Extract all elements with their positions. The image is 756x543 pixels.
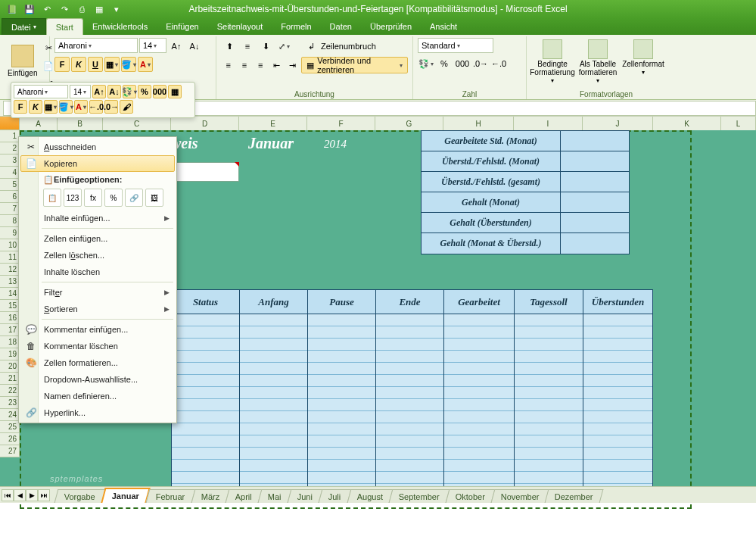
wrap-text-icon[interactable]: ↲ bbox=[303, 38, 319, 55]
table-cell[interactable] bbox=[308, 351, 375, 363]
ctx-dropdown-list[interactable]: Dropdown-Auswahlliste... bbox=[20, 371, 175, 388]
sheet-tab[interactable]: Vorgabe bbox=[54, 489, 106, 503]
mini-border-icon[interactable]: ▦ bbox=[44, 100, 58, 114]
mini-percent-icon[interactable]: % bbox=[138, 85, 151, 98]
row-header[interactable]: 7 bbox=[0, 203, 20, 215]
table-cell[interactable] bbox=[583, 435, 652, 448]
table-cell[interactable] bbox=[583, 448, 652, 460]
row-header[interactable]: 4 bbox=[0, 167, 20, 179]
paste-opt-formulas[interactable]: fx bbox=[84, 189, 102, 207]
font-size-select[interactable]: 14 bbox=[139, 38, 166, 53]
table-cell[interactable] bbox=[376, 423, 443, 435]
file-tab[interactable]: Datei ▾ bbox=[2, 18, 46, 35]
excel-icon[interactable]: 📗 bbox=[5, 2, 20, 17]
format-as-table-button[interactable]: Als Tabelle formatieren▾ bbox=[577, 38, 619, 84]
mini-thousands-icon[interactable]: 000 bbox=[153, 85, 166, 98]
row-header[interactable]: 10 bbox=[0, 239, 20, 251]
info-value[interactable] bbox=[561, 192, 629, 212]
col-header[interactable]: G bbox=[375, 117, 443, 130]
tab-entwicklertools[interactable]: Entwicklertools bbox=[83, 18, 157, 35]
table-cell[interactable] bbox=[240, 326, 307, 339]
row-header[interactable]: 17 bbox=[0, 324, 20, 336]
row-header[interactable]: 9 bbox=[0, 227, 20, 239]
tab-nav-next-icon[interactable]: ▶ bbox=[26, 489, 38, 501]
qat-dropdown-icon[interactable]: ▾ bbox=[109, 2, 124, 17]
table-cell[interactable] bbox=[515, 314, 583, 326]
col-header[interactable]: I bbox=[514, 117, 583, 130]
mini-merge-icon[interactable]: ▦ bbox=[168, 85, 182, 98]
italic-button[interactable]: K bbox=[71, 57, 86, 72]
col-header[interactable]: A bbox=[20, 117, 58, 130]
mini-format-painter-icon[interactable]: 🖌 bbox=[120, 100, 133, 114]
col-header[interactable]: J bbox=[583, 117, 653, 130]
row-header[interactable]: 15 bbox=[0, 300, 20, 312]
table-cell[interactable] bbox=[515, 363, 583, 375]
table-cell[interactable] bbox=[515, 351, 583, 363]
mini-inc-decimal-icon[interactable]: .0→ bbox=[104, 100, 118, 114]
mini-bold-icon[interactable]: F bbox=[14, 100, 27, 114]
align-top-icon[interactable]: ⬆ bbox=[221, 38, 238, 55]
percent-icon[interactable]: % bbox=[436, 55, 453, 72]
select-all-button[interactable] bbox=[0, 117, 20, 130]
row-header[interactable]: 27 bbox=[0, 445, 20, 457]
table-cell[interactable] bbox=[583, 326, 652, 339]
table-cell[interactable] bbox=[376, 387, 443, 399]
ctx-hyperlink[interactable]: 🔗Hyperlink... bbox=[20, 404, 175, 421]
table-cell[interactable] bbox=[240, 435, 307, 448]
row-header[interactable]: 23 bbox=[0, 397, 20, 409]
row-header[interactable]: 14 bbox=[0, 288, 20, 300]
cell-styles-button[interactable]: Zellenformat▾ bbox=[622, 38, 664, 76]
table-cell[interactable] bbox=[583, 472, 652, 484]
input-cell[interactable] bbox=[171, 162, 239, 182]
ctx-paste-special[interactable]: Inhalte einfügen...▶ bbox=[20, 210, 175, 226]
table-cell[interactable] bbox=[376, 460, 443, 472]
table-cell[interactable] bbox=[240, 351, 307, 363]
ctx-filter[interactable]: Filter▶ bbox=[20, 284, 175, 301]
mini-shrink-font-icon[interactable]: A↓ bbox=[107, 85, 121, 98]
col-header[interactable]: B bbox=[58, 117, 103, 130]
table-cell[interactable] bbox=[376, 448, 443, 460]
row-header[interactable]: 2 bbox=[0, 142, 20, 154]
align-center-icon[interactable]: ≡ bbox=[237, 57, 251, 73]
table-cell[interactable] bbox=[308, 375, 375, 387]
table-cell[interactable] bbox=[308, 326, 375, 339]
table-cell[interactable] bbox=[172, 411, 239, 423]
thousands-icon[interactable]: 000 bbox=[454, 55, 471, 72]
sheet-tab[interactable]: Januar bbox=[101, 488, 150, 503]
table-cell[interactable] bbox=[444, 460, 514, 472]
table-cell[interactable] bbox=[172, 460, 239, 472]
table-cell[interactable] bbox=[172, 387, 239, 399]
font-color-button[interactable]: A bbox=[138, 57, 153, 72]
qat-btn-2[interactable]: ▦ bbox=[92, 2, 107, 17]
row-header[interactable]: 16 bbox=[0, 312, 20, 324]
table-cell[interactable] bbox=[308, 314, 375, 326]
decrease-font-icon[interactable]: A↓ bbox=[186, 38, 203, 55]
ctx-delete-cells[interactable]: Zellen löschen... bbox=[20, 247, 175, 264]
table-cell[interactable] bbox=[308, 411, 375, 423]
row-header[interactable]: 8 bbox=[0, 215, 20, 227]
table-cell[interactable] bbox=[376, 411, 443, 423]
col-header[interactable]: F bbox=[307, 117, 375, 130]
fill-color-button[interactable]: 🪣 bbox=[121, 57, 136, 72]
table-cell[interactable] bbox=[172, 399, 239, 411]
table-cell[interactable] bbox=[172, 435, 239, 448]
mini-font-name[interactable]: Aharoni bbox=[14, 85, 68, 98]
table-cell[interactable] bbox=[444, 435, 514, 448]
sheet-tab[interactable]: August bbox=[347, 489, 393, 503]
table-cell[interactable] bbox=[444, 411, 514, 423]
table-cell[interactable] bbox=[583, 411, 652, 423]
table-cell[interactable] bbox=[172, 375, 239, 387]
decrease-indent-icon[interactable]: ⇤ bbox=[269, 57, 284, 73]
table-cell[interactable] bbox=[308, 363, 375, 375]
tab-ueberpruefen[interactable]: Überprüfen bbox=[361, 18, 421, 35]
align-left-icon[interactable]: ≡ bbox=[221, 57, 235, 73]
row-header[interactable]: 26 bbox=[0, 433, 20, 445]
table-cell[interactable] bbox=[583, 375, 652, 387]
table-cell[interactable] bbox=[583, 363, 652, 375]
table-cell[interactable] bbox=[444, 448, 514, 460]
conditional-formatting-button[interactable]: Bedingte Formatierung▾ bbox=[531, 38, 574, 84]
align-bottom-icon[interactable]: ⬇ bbox=[257, 38, 274, 55]
currency-icon[interactable]: 💱 bbox=[418, 55, 434, 72]
mini-grow-font-icon[interactable]: A↑ bbox=[92, 85, 106, 98]
ctx-clear-contents[interactable]: Inhalte löschen bbox=[20, 264, 175, 280]
